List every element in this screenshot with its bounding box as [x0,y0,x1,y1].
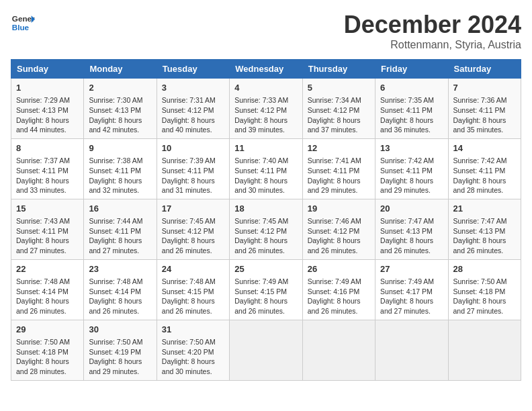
calendar-cell: 14Sunrise: 7:42 AMSunset: 4:11 PMDayligh… [448,138,521,199]
calendar-cell: 11Sunrise: 7:40 AMSunset: 4:11 PMDayligh… [230,138,302,199]
day-number: 27 [380,263,443,275]
day-info: Sunrise: 7:42 AMSunset: 4:11 PMDaylight:… [453,156,516,195]
day-info: Sunrise: 7:48 AMSunset: 4:14 PMDaylight:… [89,277,151,316]
day-number: 12 [308,142,370,154]
calendar-cell: 10Sunrise: 7:39 AMSunset: 4:11 PMDayligh… [157,138,229,199]
page-header: General Blue December 2024 Rottenmann, S… [11,11,521,51]
day-number: 22 [16,263,79,275]
day-number: 4 [234,82,297,94]
calendar-cell: 12Sunrise: 7:41 AMSunset: 4:11 PMDayligh… [302,138,375,199]
day-info: Sunrise: 7:37 AMSunset: 4:11 PMDaylight:… [16,156,79,195]
calendar-subtitle: Rottenmann, Styria, Austria [344,39,521,51]
day-number: 16 [89,203,151,215]
day-info: Sunrise: 7:39 AMSunset: 4:11 PMDaylight:… [162,156,224,195]
day-number: 5 [308,82,370,94]
weekday-header-friday: Friday [375,60,448,79]
calendar-cell: 26Sunrise: 7:49 AMSunset: 4:16 PMDayligh… [302,259,375,320]
day-info: Sunrise: 7:47 AMSunset: 4:13 PMDaylight:… [380,216,443,256]
day-number: 29 [16,324,79,336]
day-number: 10 [162,142,224,154]
calendar-cell: 24Sunrise: 7:48 AMSunset: 4:15 PMDayligh… [157,259,229,320]
calendar-week-row: 1Sunrise: 7:29 AMSunset: 4:13 PMDaylight… [11,79,521,139]
day-info: Sunrise: 7:49 AMSunset: 4:17 PMDaylight:… [380,277,443,316]
day-number: 11 [234,142,297,154]
day-number: 8 [16,142,79,154]
day-info: Sunrise: 7:45 AMSunset: 4:12 PMDaylight:… [162,216,224,256]
day-info: Sunrise: 7:42 AMSunset: 4:11 PMDaylight:… [380,156,443,195]
calendar-cell: 18Sunrise: 7:45 AMSunset: 4:12 PMDayligh… [230,199,302,259]
day-number: 15 [16,203,79,215]
weekday-header-thursday: Thursday [302,60,375,79]
calendar-title: December 2024 [344,11,521,39]
day-number: 3 [162,82,224,94]
day-info: Sunrise: 7:48 AMSunset: 4:14 PMDaylight:… [16,277,79,316]
day-number: 24 [162,263,224,275]
weekday-header-row: SundayMondayTuesdayWednesdayThursdayFrid… [11,60,521,79]
calendar-cell: 7Sunrise: 7:36 AMSunset: 4:11 PMDaylight… [448,79,521,139]
day-number: 20 [380,203,443,215]
day-info: Sunrise: 7:31 AMSunset: 4:12 PMDaylight:… [162,95,224,135]
day-number: 31 [162,324,224,336]
weekday-header-wednesday: Wednesday [230,60,302,79]
day-number: 26 [308,263,370,275]
day-info: Sunrise: 7:36 AMSunset: 4:11 PMDaylight:… [453,95,516,135]
day-number: 28 [453,263,516,275]
svg-text:Blue: Blue [12,23,30,32]
calendar-cell: 29Sunrise: 7:50 AMSunset: 4:18 PMDayligh… [11,320,84,380]
calendar-cell: 20Sunrise: 7:47 AMSunset: 4:13 PMDayligh… [375,199,448,259]
day-info: Sunrise: 7:50 AMSunset: 4:18 PMDaylight:… [16,337,79,377]
day-info: Sunrise: 7:50 AMSunset: 4:18 PMDaylight:… [453,277,516,316]
calendar-table: SundayMondayTuesdayWednesdayThursdayFrid… [11,59,521,381]
day-number: 18 [234,203,297,215]
calendar-cell: 2Sunrise: 7:30 AMSunset: 4:13 PMDaylight… [84,79,157,139]
day-info: Sunrise: 7:50 AMSunset: 4:20 PMDaylight:… [162,337,224,377]
calendar-cell [230,320,302,380]
weekday-header-sunday: Sunday [11,60,84,79]
day-info: Sunrise: 7:49 AMSunset: 4:15 PMDaylight:… [234,277,297,316]
day-info: Sunrise: 7:41 AMSunset: 4:11 PMDaylight:… [308,156,370,195]
weekday-header-tuesday: Tuesday [157,60,229,79]
calendar-cell: 16Sunrise: 7:44 AMSunset: 4:11 PMDayligh… [84,199,157,259]
calendar-cell: 8Sunrise: 7:37 AMSunset: 4:11 PMDaylight… [11,138,84,199]
day-number: 23 [89,263,151,275]
day-number: 19 [308,203,370,215]
calendar-cell: 28Sunrise: 7:50 AMSunset: 4:18 PMDayligh… [448,259,521,320]
day-info: Sunrise: 7:34 AMSunset: 4:12 PMDaylight:… [308,95,370,135]
day-info: Sunrise: 7:45 AMSunset: 4:12 PMDaylight:… [234,216,297,256]
weekday-header-saturday: Saturday [448,60,521,79]
calendar-cell: 30Sunrise: 7:50 AMSunset: 4:19 PMDayligh… [84,320,157,380]
day-info: Sunrise: 7:43 AMSunset: 4:11 PMDaylight:… [16,216,79,256]
day-info: Sunrise: 7:47 AMSunset: 4:13 PMDaylight:… [453,216,516,256]
day-number: 7 [453,82,516,94]
calendar-cell [448,320,521,380]
day-number: 13 [380,142,443,154]
calendar-cell [375,320,448,380]
calendar-cell: 5Sunrise: 7:34 AMSunset: 4:12 PMDaylight… [302,79,375,139]
weekday-header-monday: Monday [84,60,157,79]
logo-icon: General Blue [11,11,35,35]
day-info: Sunrise: 7:44 AMSunset: 4:11 PMDaylight:… [89,216,151,256]
calendar-cell [302,320,375,380]
day-info: Sunrise: 7:30 AMSunset: 4:13 PMDaylight:… [89,95,151,135]
calendar-cell: 15Sunrise: 7:43 AMSunset: 4:11 PMDayligh… [11,199,84,259]
day-number: 17 [162,203,224,215]
day-info: Sunrise: 7:29 AMSunset: 4:13 PMDaylight:… [16,95,79,135]
calendar-week-row: 22Sunrise: 7:48 AMSunset: 4:14 PMDayligh… [11,259,521,320]
day-number: 21 [453,203,516,215]
calendar-week-row: 15Sunrise: 7:43 AMSunset: 4:11 PMDayligh… [11,199,521,259]
calendar-cell: 13Sunrise: 7:42 AMSunset: 4:11 PMDayligh… [375,138,448,199]
day-info: Sunrise: 7:46 AMSunset: 4:12 PMDaylight:… [308,216,370,256]
day-info: Sunrise: 7:33 AMSunset: 4:12 PMDaylight:… [234,95,297,135]
day-number: 1 [16,82,79,94]
calendar-cell: 27Sunrise: 7:49 AMSunset: 4:17 PMDayligh… [375,259,448,320]
day-info: Sunrise: 7:38 AMSunset: 4:11 PMDaylight:… [89,156,151,195]
day-number: 14 [453,142,516,154]
calendar-week-row: 29Sunrise: 7:50 AMSunset: 4:18 PMDayligh… [11,320,521,380]
logo: General Blue [11,11,35,35]
day-info: Sunrise: 7:49 AMSunset: 4:16 PMDaylight:… [308,277,370,316]
day-number: 2 [89,82,151,94]
calendar-cell: 17Sunrise: 7:45 AMSunset: 4:12 PMDayligh… [157,199,229,259]
day-info: Sunrise: 7:40 AMSunset: 4:11 PMDaylight:… [234,156,297,195]
calendar-week-row: 8Sunrise: 7:37 AMSunset: 4:11 PMDaylight… [11,138,521,199]
title-area: December 2024 Rottenmann, Styria, Austri… [344,11,521,51]
